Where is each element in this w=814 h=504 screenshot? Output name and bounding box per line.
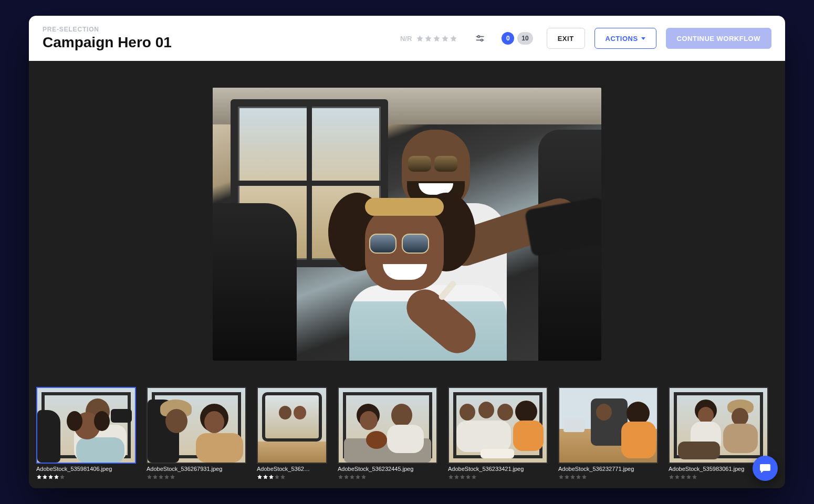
svg-point-3 (481, 39, 483, 41)
star-icon (59, 474, 65, 480)
star-icon (361, 474, 367, 480)
page-title: Campaign Hero 01 (43, 34, 172, 51)
thumbnail-cell: AdobeStock_536232445.jpeg (338, 387, 437, 480)
thumbnail-rating[interactable] (448, 474, 548, 480)
thumbnail[interactable] (147, 387, 246, 464)
photo-decor (328, 187, 517, 361)
photo-decor (213, 203, 297, 361)
star-icon (686, 474, 692, 480)
star-icon (268, 474, 274, 480)
rating-summary: N/R (400, 35, 457, 43)
thumbnail[interactable] (257, 387, 327, 464)
thumbnail-rating[interactable] (36, 474, 136, 480)
star-icon (576, 474, 581, 480)
thumbnail-rating[interactable] (669, 474, 768, 480)
star-icon (355, 474, 361, 480)
thumbnail-cell: AdobeStock_535981406.jpeg (36, 387, 136, 480)
thumbnail[interactable] (338, 387, 437, 464)
star-icon (564, 474, 570, 480)
image-viewer (29, 61, 785, 383)
star-icon (680, 474, 686, 480)
star-icon (465, 474, 471, 480)
star-icon (274, 474, 280, 480)
star-icon (343, 474, 349, 480)
thumbnail-cell: AdobeStock_536232771.jpeg (558, 387, 658, 480)
continue-workflow-button[interactable]: CONTINUE WORKFLOW (666, 28, 771, 49)
thumbnail-filename: AdobeStock_535981406.jpeg (36, 466, 136, 472)
star-icon (692, 474, 697, 480)
star-icon (152, 474, 158, 480)
continue-button-label: CONTINUE WORKFLOW (677, 35, 760, 43)
star-icon (349, 474, 355, 480)
total-count-badge[interactable]: 10 (517, 32, 533, 45)
star-icon (280, 474, 286, 480)
nr-label: N/R (400, 35, 412, 43)
star-icon (36, 474, 42, 480)
thumbnail-rating[interactable] (558, 474, 658, 480)
svg-point-1 (478, 36, 480, 38)
title-block: PRE-SELECTION Campaign Hero 01 (43, 26, 172, 51)
actions-button-label: ACTIONS (606, 35, 638, 43)
rating-stars[interactable] (416, 35, 457, 43)
thumbnail[interactable] (448, 387, 548, 464)
thumbnail-filename: AdobeStock_536233421.jpeg (448, 466, 548, 472)
star-icon (42, 474, 48, 480)
thumbnail-cell: AdobeStock_5362… (257, 387, 327, 480)
star-icon (471, 474, 477, 480)
thumbnail-filename: AdobeStock_536267931.jpeg (147, 466, 246, 472)
stage-eyebrow: PRE-SELECTION (43, 26, 172, 33)
app-window: PRE-SELECTION Campaign Hero 01 N/R 0 10 … (29, 16, 785, 488)
star-icon (54, 474, 59, 480)
star-icon (674, 474, 680, 480)
exit-button[interactable]: EXIT (547, 28, 585, 49)
star-icon (257, 474, 263, 480)
chat-icon (759, 462, 771, 475)
star-icon (164, 474, 170, 480)
star-icon (454, 474, 460, 480)
star-icon (338, 474, 343, 480)
thumbnail-cell: AdobeStock_536267931.jpeg (147, 387, 246, 480)
star-icon (48, 474, 54, 480)
thumbnail-cell: AdobeStock_536233421.jpeg (448, 387, 548, 480)
header-bar: PRE-SELECTION Campaign Hero 01 N/R 0 10 … (29, 16, 785, 61)
star-icon (263, 474, 268, 480)
chat-fab[interactable] (753, 456, 778, 481)
star-icon (441, 35, 449, 43)
star-icon (570, 474, 576, 480)
thumbnail-rating[interactable] (338, 474, 437, 480)
star-icon (424, 35, 432, 43)
star-icon (448, 474, 454, 480)
main-image[interactable] (213, 88, 601, 361)
thumbnail-rating[interactable] (147, 474, 246, 480)
star-icon (416, 35, 424, 43)
thumbnail[interactable] (558, 387, 658, 464)
thumbnail-rating[interactable] (257, 474, 327, 480)
star-icon (450, 35, 457, 43)
count-badges: 0 10 (502, 32, 533, 45)
thumbnail[interactable] (669, 387, 768, 464)
thumbnail-filename: AdobeStock_536232445.jpeg (338, 466, 437, 472)
star-icon (147, 474, 152, 480)
thumbnail-filename: AdobeStock_5362… (257, 466, 327, 472)
thumbnail-filename: AdobeStock_536232771.jpeg (558, 466, 658, 472)
star-icon (170, 474, 175, 480)
star-icon (581, 474, 587, 480)
sliders-icon (475, 33, 485, 44)
star-icon (433, 35, 441, 43)
thumbnail-strip[interactable]: AdobeStock_535981406.jpegAdobeStock_5362… (29, 383, 785, 488)
star-icon (158, 474, 164, 480)
thumbnail[interactable] (36, 387, 136, 464)
star-icon (460, 474, 465, 480)
chevron-down-icon (641, 37, 645, 40)
star-icon (558, 474, 564, 480)
star-icon (669, 474, 674, 480)
exit-button-label: EXIT (558, 35, 574, 43)
adjustments-button[interactable] (472, 30, 488, 46)
selected-count-badge[interactable]: 0 (502, 32, 514, 45)
actions-button[interactable]: ACTIONS (594, 28, 656, 49)
